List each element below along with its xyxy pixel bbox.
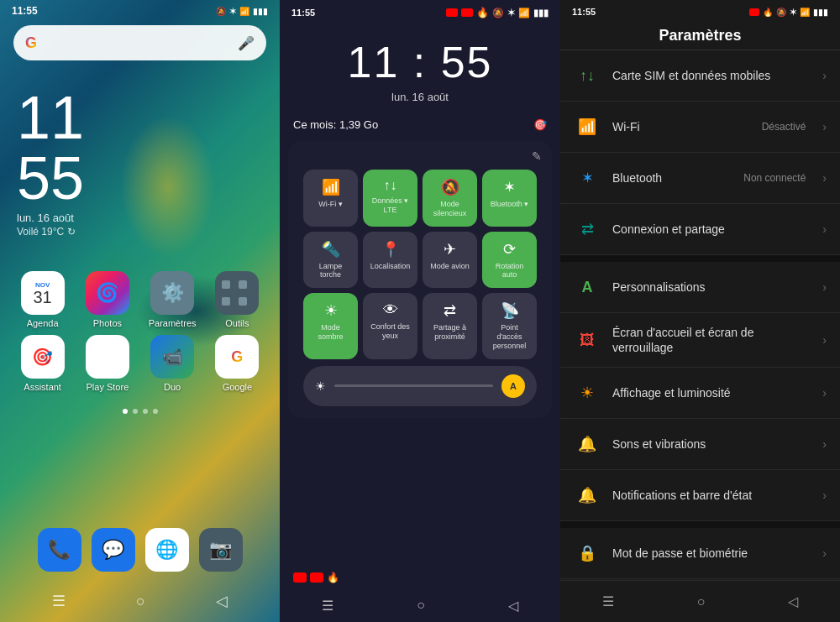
wifi-tile-label: Wi-Fi ▾: [318, 200, 343, 209]
app-icon-outils[interactable]: Outils: [208, 271, 266, 328]
hotspot-tile-label: Point d'accèspersonnel: [487, 323, 532, 350]
airplane-tile-icon: ✈: [444, 240, 456, 259]
ecran-icon: 🖼: [580, 332, 595, 349]
settings-item-connexion[interactable]: ⇄ Connexion et partage ›: [560, 204, 840, 255]
youtube2-icon: [461, 8, 473, 17]
qs-tile-nearby[interactable]: ⇄ Partage àproximité: [423, 293, 477, 358]
affichage-icon-wrap: ☀: [574, 379, 601, 406]
perso-text: Personnalisations: [612, 280, 811, 295]
settings-item-sons[interactable]: 🔔 Sons et vibrations ›: [560, 419, 840, 470]
home-nav-menu[interactable]: ☰: [52, 592, 66, 610]
settings-status-bar: 11:55 🔥 🔕 ✶ 📶 ▮▮▮: [560, 0, 840, 18]
duo-label: Duo: [164, 382, 181, 392]
torch-tile-icon: 🔦: [322, 240, 340, 259]
settings-item-affichage[interactable]: ☀ Affichage et luminosité ›: [560, 368, 840, 419]
clock-minutes: 55: [17, 148, 263, 208]
hotspot-tile-icon: 📡: [501, 301, 519, 320]
mute-icon: 🔕: [216, 7, 226, 16]
qs-tile-torch[interactable]: 🔦 Lampe torche: [303, 232, 358, 289]
qs-media-app-icons: 🔥: [280, 567, 560, 588]
qs-data-usage: Ce mois: 1,39 Go 🎯: [280, 112, 560, 138]
qs-tile-airplane[interactable]: ✈ Mode avion: [423, 232, 477, 289]
qs-edit-icon[interactable]: ✎: [532, 149, 542, 163]
app-icon-parametres[interactable]: ⚙️ Paramètres: [144, 271, 202, 328]
phone-icon: 📞: [48, 539, 71, 561]
bluetooth-icon-wrap: ✶: [574, 165, 601, 191]
qs-tile-hotspot[interactable]: 📡 Point d'accèspersonnel: [482, 293, 537, 358]
dot-1: [123, 409, 128, 414]
password-label: Mot de passe et biométrie: [612, 546, 811, 561]
wifi-label: Wi-Fi: [612, 119, 750, 134]
dock-camera[interactable]: 📷: [199, 528, 243, 572]
qs-nav-back[interactable]: ◁: [508, 598, 518, 614]
bluetooth-status: Non connecté: [743, 172, 806, 184]
qs-tile-silent[interactable]: 🔕 Modesilencieux: [423, 170, 477, 227]
brightness-track[interactable]: [334, 384, 493, 387]
dock-messages[interactable]: 💬: [92, 528, 135, 572]
perso-chevron: ›: [822, 280, 827, 294]
app-icon-agenda[interactable]: NOV 31 Agenda: [13, 271, 71, 328]
qs-signal-icon: 📶: [518, 8, 530, 18]
perso-icon: A: [582, 279, 593, 296]
settings-item-password[interactable]: 🔒 Mot de passe et biométrie ›: [560, 528, 840, 579]
dark-tile-icon: ☀: [324, 301, 338, 320]
settings-item-bluetooth[interactable]: ✶ Bluetooth Non connecté ›: [560, 153, 840, 204]
app-icon-google[interactable]: G Google: [208, 335, 266, 392]
settings-nav-menu[interactable]: ☰: [602, 593, 614, 609]
ecran-label: Écran d'accueil et écran deverrouillage: [612, 325, 811, 355]
home-nav-back[interactable]: ◁: [216, 592, 228, 610]
perso-label: Personnalisations: [612, 280, 811, 295]
dot-4: [153, 409, 158, 414]
home-nav-home[interactable]: ○: [136, 593, 145, 610]
qs-tile-wifi[interactable]: 📶 Wi-Fi ▾: [303, 170, 358, 227]
playstore-icon-img: ▶: [86, 335, 129, 379]
settings-item-notif[interactable]: 🔔 Notifications et barre d'état ›: [560, 470, 840, 521]
app-icon-photos[interactable]: 🌀 Photos: [78, 271, 136, 328]
nearby-tile-icon: ⇄: [444, 301, 456, 320]
auto-brightness-badge[interactable]: A: [501, 374, 525, 398]
wifi-text: Wi-Fi: [612, 119, 750, 134]
data-tile-label: Données ▾LTE: [372, 196, 409, 215]
dock-phone[interactable]: 📞: [38, 528, 81, 572]
wifi-icon-wrap: 📶: [574, 113, 601, 140]
qs-tile-eyecomfort[interactable]: 👁 Confort desyeux: [363, 293, 417, 358]
qs-nav-home[interactable]: ○: [417, 598, 425, 613]
yt-icon-2: [310, 572, 323, 583]
qs-tile-location[interactable]: 📍 Localisation: [363, 232, 417, 289]
settings-item-wifi[interactable]: 📶 Wi-Fi Désactivé ›: [560, 102, 840, 153]
sons-icon-wrap: 🔔: [574, 431, 601, 457]
sons-text: Sons et vibrations: [612, 436, 811, 452]
brightness-control[interactable]: ☀ A: [303, 366, 537, 406]
qs-battery-icon: ▮▮▮: [533, 8, 549, 18]
dock-chrome[interactable]: 🌐: [145, 528, 189, 572]
qs-tile-dark[interactable]: ☀ Mode sombre: [303, 293, 358, 358]
weather-widget: Voilé 19°C ↻: [17, 226, 263, 238]
google-g-icon: G: [25, 34, 37, 52]
settings-title: Paramètres: [560, 18, 840, 50]
settings-bt-icon: ✶: [790, 8, 796, 17]
app-icon-playstore[interactable]: ▶ Play Store: [78, 335, 136, 392]
wifi-tile-icon: 📶: [322, 178, 340, 196]
google-search-bar[interactable]: G 🎤: [13, 25, 266, 60]
home-status-bar: 11:55 🔕 ✶ 📶 ▮▮▮: [0, 0, 280, 18]
settings-nav-home[interactable]: ○: [697, 594, 706, 609]
microphone-icon[interactable]: 🎤: [238, 35, 255, 51]
qs-nav-menu[interactable]: ☰: [322, 598, 333, 614]
settings-item-sim[interactable]: ↑↓ Carte SIM et données mobiles ›: [560, 50, 840, 102]
silent-tile-label: Modesilencieux: [433, 200, 467, 218]
settings-nav-back[interactable]: ◁: [788, 593, 798, 609]
app-icon-assistant[interactable]: 🎯 Assistant: [13, 335, 71, 392]
qs-data-text: Ce mois: 1,39 Go: [293, 118, 378, 131]
sim-chevron: ›: [822, 69, 827, 82]
settings-item-ecran[interactable]: 🖼 Écran d'accueil et écran deverrouillag…: [560, 313, 840, 368]
settings-panel: 11:55 🔥 🔕 ✶ 📶 ▮▮▮ Paramètres ↑↓ Carte SI…: [560, 0, 840, 622]
app-icon-duo[interactable]: 📹 Duo: [144, 335, 202, 392]
fire-icon-2: 🔥: [327, 572, 339, 583]
qs-tile-rotation[interactable]: ⟳ Rotation auto: [482, 232, 537, 289]
sim-icon-wrap: ↑↓: [574, 62, 601, 89]
sim-icon: ↑↓: [580, 67, 595, 85]
wifi-setting-icon: 📶: [578, 118, 596, 136]
settings-item-perso[interactable]: A Personnalisations ›: [560, 262, 840, 313]
qs-tile-data[interactable]: ↑↓ Données ▾LTE: [363, 170, 417, 227]
qs-tile-bluetooth[interactable]: ✶ Bluetooth ▾: [482, 170, 537, 227]
